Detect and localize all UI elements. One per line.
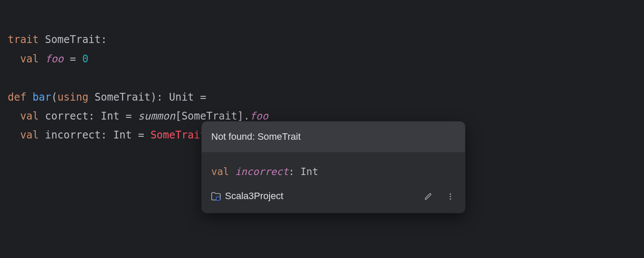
svg-point-3 — [450, 198, 451, 200]
punct: = — [200, 91, 206, 103]
tooltip-declaration: val incorrect: Int — [202, 152, 465, 184]
punct: : — [101, 34, 107, 46]
var-name: incorrect — [45, 129, 101, 141]
code-line: val foo = 0 — [8, 53, 88, 65]
keyword-val: val — [20, 53, 39, 65]
keyword-val: val — [211, 166, 235, 177]
edit-icon[interactable] — [423, 191, 433, 202]
folder-icon — [211, 192, 221, 201]
keyword-val: val — [20, 110, 39, 122]
member-name: incorrect — [235, 166, 289, 177]
punct: ]. — [237, 110, 250, 122]
svg-point-1 — [450, 193, 451, 194]
type-name: Int — [101, 110, 119, 122]
type-name: Unit — [169, 91, 194, 103]
type-name: Int — [301, 166, 319, 177]
punct: = — [126, 110, 132, 122]
keyword-using: using — [58, 91, 88, 103]
member-name: foo — [45, 53, 64, 65]
number-literal: 0 — [82, 53, 88, 65]
svg-point-2 — [450, 196, 451, 197]
code-line: val incorrect: Int = SomeTrait.foo — [8, 129, 231, 141]
keyword-def: def — [8, 91, 26, 103]
var-name: correct — [45, 110, 88, 122]
function-name: bar — [33, 91, 51, 103]
punct: [ — [175, 110, 181, 122]
error-identifier: SomeTrait — [150, 129, 206, 141]
type-name: SomeTrait — [182, 110, 237, 122]
code-line: trait SomeTrait: — [8, 34, 107, 46]
keyword-trait: trait — [8, 34, 39, 46]
punct: ): — [150, 91, 163, 103]
error-tooltip: Not found: SomeTrait val incorrect: Int … — [202, 122, 465, 213]
code-line: val correct: Int = summon[SomeTrait].foo — [8, 110, 268, 122]
member-access: foo — [250, 110, 268, 122]
type-name: SomeTrait — [94, 91, 150, 103]
tooltip-error-message: Not found: SomeTrait — [202, 122, 465, 152]
punct: : — [101, 129, 107, 141]
type-name: Int — [113, 129, 132, 141]
keyword-val: val — [20, 129, 39, 141]
punct: : — [289, 166, 301, 177]
punct: = — [70, 53, 76, 65]
svg-rect-0 — [216, 197, 220, 200]
punct: : — [88, 110, 94, 122]
tooltip-footer: Scala3Project — [202, 183, 465, 213]
project-name: Scala3Project — [225, 187, 283, 205]
punct: ( — [51, 91, 57, 103]
more-icon[interactable] — [445, 191, 456, 202]
code-line: def bar(using SomeTrait): Unit = — [8, 91, 206, 103]
function-call: summon — [138, 110, 176, 122]
type-name: SomeTrait — [45, 34, 101, 46]
punct: = — [138, 129, 144, 141]
